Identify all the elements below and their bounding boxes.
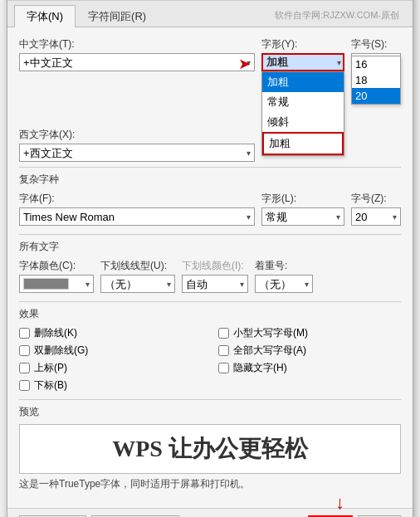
all-text-title: 所有文字 [19, 240, 401, 254]
complex-font-select[interactable]: Times New Roman [19, 207, 255, 226]
style-option-regular[interactable]: 常规 [262, 92, 344, 112]
effect-small-caps: 小型大写字母(M) [218, 326, 401, 340]
divider-2 [19, 234, 401, 235]
effect-subscript: 下标(B) [19, 378, 202, 393]
complex-style-select[interactable]: 常规 [261, 207, 344, 226]
watermark-text: 软件自学网:RJZXW.COM-原创 [268, 6, 406, 25]
font-dialog: W 字体 × 字体(N) 字符间距(R) 软件自学网:RJZXW.COM-原创 … [7, 0, 413, 517]
strikethrough-checkbox[interactable] [19, 328, 30, 339]
weight-select[interactable]: （无） [255, 275, 313, 293]
chinese-font-input[interactable]: +中文正文 [20, 54, 254, 71]
underline-type-label: 下划线线型(U): [100, 259, 175, 273]
all-text-row: 字体颜色(C): ▾ 下划线线型(U): （无） 下划线颜色(I): [19, 259, 401, 293]
font-color-label: 字体颜色(C): [19, 259, 94, 273]
font-color-group: 字体颜色(C): ▾ [19, 259, 94, 293]
hidden-label: 隐藏文字(H) [233, 361, 287, 375]
effect-all-caps: 全部大写字母(A) [218, 344, 401, 358]
western-font-select[interactable]: +西文正文 [19, 144, 255, 162]
font-style-label: 字形(Y): [261, 37, 297, 51]
font-style-input-box[interactable]: ▾ [261, 53, 344, 71]
subscript-checkbox[interactable] [19, 380, 30, 391]
hidden-checkbox[interactable] [218, 363, 229, 373]
divider-4 [19, 399, 401, 400]
size-option-16[interactable]: 16 [352, 56, 400, 72]
preview-text: WPS 让办公更轻松 [112, 433, 308, 465]
underline-color-group: 下划线颜色(I): 自动 [182, 259, 248, 293]
style-option-bold[interactable]: 加粗 [262, 72, 344, 92]
superscript-label: 上标(P) [34, 361, 67, 375]
font-style-input[interactable] [266, 56, 329, 69]
complex-style-input[interactable]: 常规 [262, 208, 344, 225]
style-dropdown-arrow: ▾ [337, 58, 341, 67]
preview-box: WPS 让办公更轻松 [19, 424, 401, 474]
size-option-20[interactable]: 20 [352, 88, 400, 104]
font-size-label: 字号(S): [351, 37, 401, 51]
effects-section: 效果 删除线(K) 小型大写字母(M) 双删除线(G) 全部大写字母(A) [19, 307, 401, 393]
weight-label: 着重号: [255, 259, 313, 273]
complex-font-group: 字体(F): Times New Roman [19, 192, 255, 226]
font-size-wrapper: 字号(S): ▾ 16 18 20 [351, 37, 401, 71]
bottom-buttons-bar: 默认(D)... 文本效果(E)... ▶ 操作技巧 ↓ 确定 取消 [7, 508, 413, 517]
font-style-wrapper: ➤ ▾ 加粗 常规 倾斜 加粗 [261, 53, 344, 71]
western-font-group: 西文字体(X): +西文正文 [19, 128, 255, 162]
chinese-font-group: 中文字体(T): +中文正文 [19, 37, 255, 71]
effects-grid: 删除线(K) 小型大写字母(M) 双删除线(G) 全部大写字母(A) 上标(P) [19, 326, 401, 393]
underline-color-input[interactable]: 自动 [183, 276, 247, 292]
all-caps-label: 全部大写字母(A) [233, 344, 306, 358]
divider-3 [19, 301, 401, 302]
complex-row: 字体(F): Times New Roman 字形(L): 常规 字号(Z): [19, 192, 401, 226]
effect-double-strikethrough: 双删除线(G) [19, 344, 202, 358]
underline-type-input[interactable]: （无） [101, 276, 174, 292]
color-dropdown-arrow: ▾ [85, 280, 90, 289]
all-caps-checkbox[interactable] [218, 345, 229, 356]
tab-spacing[interactable]: 字符间距(R) [76, 5, 159, 27]
style-option-bold2[interactable]: 加粗 [262, 132, 344, 155]
underline-type-select[interactable]: （无） [100, 275, 175, 293]
effect-strikethrough: 删除线(K) [19, 326, 202, 340]
dialog-content: 中文字体(T): +中文正文 字形(Y): ➤ ▾ [7, 27, 413, 508]
western-font-label: 西文字体(X): [19, 128, 255, 142]
font-color-box[interactable]: ▾ [19, 275, 94, 293]
complex-section-title: 复杂字种 [19, 173, 401, 187]
underline-color-label: 下划线颜色(I): [182, 259, 248, 273]
complex-size-label: 字号(Z): [351, 192, 401, 206]
size-option-18[interactable]: 18 [352, 72, 400, 88]
chinese-font-select[interactable]: +中文正文 [19, 53, 255, 71]
double-strikethrough-label: 双删除线(G) [34, 344, 88, 358]
small-caps-label: 小型大写字母(M) [233, 326, 308, 340]
small-caps-checkbox[interactable] [218, 328, 229, 339]
complex-size-group: 字号(Z): 20 [351, 192, 401, 226]
complex-font-label: 字体(F): [19, 192, 255, 206]
complex-size-select[interactable]: 20 [351, 207, 401, 226]
complex-style-group: 字形(L): 常规 [261, 192, 344, 226]
tab-bar: 字体(N) 字符间距(R) 软件自学网:RJZXW.COM-原创 [7, 1, 413, 27]
complex-style-label: 字形(L): [261, 192, 344, 206]
effects-title: 效果 [19, 307, 401, 321]
font-style-dropdown: 加粗 常规 倾斜 加粗 [261, 71, 344, 156]
tab-font[interactable]: 字体(N) [14, 5, 76, 27]
weight-group: 着重号: （无） [255, 259, 313, 293]
underline-type-group: 下划线线型(U): （无） [100, 259, 175, 293]
preview-description: 这是一种TrueType字体，同时适用于屏幕和打印机。 [19, 477, 401, 491]
double-strikethrough-checkbox[interactable] [19, 345, 30, 356]
strikethrough-label: 删除线(K) [34, 326, 77, 340]
subscript-label: 下标(B) [34, 378, 67, 393]
underline-color-select[interactable]: 自动 [182, 275, 248, 293]
effect-superscript: 上标(P) [19, 361, 202, 375]
superscript-checkbox[interactable] [19, 363, 30, 373]
divider-1 [19, 167, 401, 168]
complex-font-input[interactable]: Times New Roman [20, 208, 254, 225]
chinese-font-label: 中文字体(T): [19, 37, 255, 51]
weight-input[interactable]: （无） [256, 276, 312, 292]
preview-section: 预览 WPS 让办公更轻松 这是一种TrueType字体，同时适用于屏幕和打印机… [19, 405, 401, 491]
style-option-italic[interactable]: 倾斜 [262, 112, 344, 132]
western-font-input[interactable]: +西文正文 [20, 144, 254, 161]
effect-hidden: 隐藏文字(H) [218, 361, 401, 375]
font-size-dropdown: 16 18 20 [351, 56, 401, 105]
preview-title: 预览 [19, 405, 401, 419]
complex-size-input[interactable]: 20 [352, 208, 400, 225]
color-swatch [23, 278, 69, 290]
